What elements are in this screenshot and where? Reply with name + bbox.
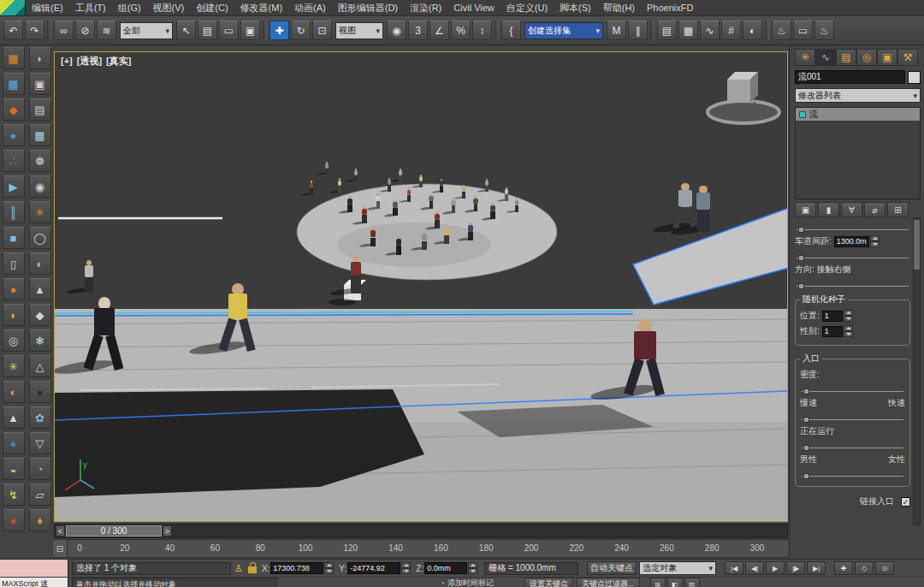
person[interactable] (89, 297, 120, 371)
maxscript-mini-listener[interactable] (0, 560, 68, 577)
person[interactable] (308, 181, 314, 195)
menu-item[interactable]: 自定义(U) (500, 0, 554, 15)
menu-item[interactable]: 脚本(S) (554, 0, 597, 15)
edit-named-selection-sets-icon[interactable]: { (501, 21, 521, 40)
person[interactable] (450, 198, 457, 213)
time-configuration-button[interactable]: ⊙ (875, 561, 894, 575)
viewport-shading-label[interactable]: [真实] (106, 56, 131, 66)
left-toolbar-icon[interactable]: ● (3, 278, 25, 300)
material-editor-icon[interactable]: ◐ (743, 21, 762, 40)
y-spinner[interactable] (401, 562, 411, 574)
person[interactable] (428, 193, 435, 209)
viewport-pov-label[interactable]: [透视] (77, 56, 102, 66)
select-and-move-icon[interactable]: ✚ (270, 21, 289, 40)
layer-manager-icon[interactable]: ▤ (657, 21, 677, 40)
track-bar-ruler[interactable]: 0204060801001201401601802002202402602803… (68, 540, 789, 557)
unlink-selection-icon[interactable]: ⊘ (75, 21, 95, 40)
isolate-selection-person-icon[interactable]: ♙ (234, 563, 243, 574)
left-toolbar-icon[interactable]: ▲ (3, 406, 25, 429)
render-production-icon[interactable]: ♨ (814, 21, 834, 40)
bind-to-space-warp-icon[interactable]: ≋ (97, 21, 116, 40)
angle-snap-toggle-icon[interactable]: ∠ (429, 21, 449, 40)
left-toolbar-icon[interactable]: ♦ (29, 509, 51, 531)
left-toolbar-icon[interactable]: ● (3, 509, 25, 531)
mini-curve-editor-button[interactable]: ⊟ (53, 540, 68, 557)
menu-item[interactable]: 修改器(M) (234, 0, 289, 15)
person[interactable] (443, 226, 451, 244)
left-toolbar-icon[interactable]: ◗ (29, 47, 51, 69)
left-toolbar-icon[interactable]: ▱ (29, 483, 51, 506)
person[interactable] (223, 283, 252, 352)
object-color-swatch[interactable] (908, 71, 921, 84)
direction-slider[interactable] (797, 279, 909, 287)
person[interactable] (392, 199, 399, 216)
person[interactable] (336, 178, 342, 193)
person[interactable] (434, 211, 441, 228)
left-toolbar-icon[interactable]: ◉ (29, 175, 51, 198)
menu-item[interactable]: 编辑(E) (26, 0, 69, 15)
left-toolbar-icon[interactable]: ● (3, 124, 25, 146)
person[interactable] (676, 183, 696, 229)
left-toolbar-icon[interactable]: ▤ (29, 98, 51, 121)
object-name-field[interactable]: 流001 (795, 70, 905, 84)
person[interactable] (324, 162, 329, 175)
y-coordinate-field[interactable]: -24774.92 (347, 562, 400, 574)
menu-item[interactable]: 图形编辑器(D) (332, 0, 404, 15)
person[interactable] (418, 175, 424, 187)
left-toolbar-icon[interactable]: ● (29, 381, 51, 403)
maxscript-listener-title[interactable]: MAXScript 迷 (0, 578, 68, 587)
time-slider[interactable]: < 0 / 300 > (54, 524, 788, 538)
left-toolbar-icon[interactable]: ▦ (29, 124, 51, 146)
select-and-scale-icon[interactable]: ⊡ (312, 21, 332, 40)
window-crossing-toggle-icon[interactable]: ▣ (240, 21, 260, 40)
link-entry-checkbox[interactable]: ✓ (901, 497, 910, 507)
viewport-menu-label[interactable]: [+] (61, 56, 73, 66)
left-toolbar-icon[interactable]: ▽ (29, 432, 51, 454)
person[interactable] (461, 185, 467, 199)
left-toolbar-icon[interactable]: ▣ (29, 73, 51, 95)
density-slider[interactable] (802, 384, 903, 392)
next-frame-arrow[interactable]: > (163, 525, 172, 537)
keyboard-override-toggle-icon[interactable]: ⊞ (650, 578, 666, 587)
gender-slider[interactable] (802, 469, 903, 477)
selected-filter-dropdown[interactable]: 选定对象 ▾ (639, 561, 716, 575)
left-toolbar-icon[interactable]: ◆ (29, 304, 51, 326)
person[interactable] (398, 169, 403, 181)
go-to-end-button[interactable]: ▶| (807, 561, 826, 575)
seed-gender-field[interactable]: 1 (822, 326, 843, 337)
left-toolbar-icon[interactable]: ✳ (3, 355, 25, 377)
left-toolbar-icon[interactable]: ● (3, 432, 25, 454)
person[interactable] (420, 231, 428, 250)
left-toolbar-icon[interactable]: ■ (3, 227, 25, 249)
make-unique-icon[interactable]: ∀ (841, 202, 862, 217)
left-toolbar-icon[interactable]: ❄ (29, 329, 51, 352)
left-toolbar-icon[interactable]: ◯ (29, 227, 51, 249)
menu-item[interactable]: 创建(C) (190, 0, 234, 15)
configure-modifier-sets-icon[interactable]: ⊞ (887, 202, 909, 217)
undo-icon[interactable]: ↶ (3, 21, 23, 40)
tab-display[interactable]: ▣ (877, 49, 897, 66)
tab-create[interactable]: ✳ (795, 49, 815, 66)
use-pivot-point-center-icon[interactable]: ◉ (387, 21, 406, 40)
max-logo-button[interactable] (0, 0, 26, 15)
person[interactable] (348, 256, 364, 294)
person[interactable] (394, 235, 403, 255)
previous-frame-button[interactable]: ◀| (745, 561, 764, 575)
person[interactable] (694, 186, 714, 232)
isolate-selection-icon[interactable]: ◧ (667, 578, 683, 587)
person[interactable] (513, 198, 519, 212)
menu-item[interactable]: 动画(A) (288, 0, 332, 15)
param-slider[interactable] (797, 222, 909, 230)
lane-gap-spinner[interactable] (870, 235, 880, 247)
left-toolbar-icon[interactable]: ◐ (29, 252, 51, 275)
play-animation-button[interactable]: ▶ (766, 561, 785, 575)
redo-icon[interactable]: ↷ (25, 21, 44, 40)
panel-scrollbar[interactable] (913, 217, 921, 525)
menu-item[interactable]: Civil View (447, 0, 500, 15)
seed-position-spinner[interactable] (844, 310, 853, 322)
left-toolbar-icon[interactable]: △ (29, 355, 51, 377)
ribbon-toggle-icon[interactable]: ▦ (678, 21, 698, 40)
left-toolbar-icon[interactable]: ◆ (3, 98, 25, 121)
set-key-button[interactable]: 设置关键点 (524, 578, 573, 587)
left-toolbar-icon[interactable]: ◗ (3, 304, 25, 326)
